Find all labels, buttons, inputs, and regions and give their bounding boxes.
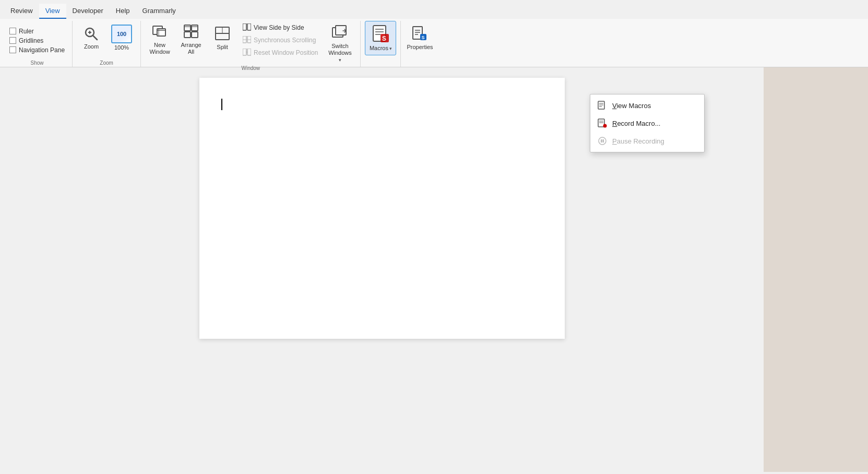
view-macros-icon [598, 101, 607, 110]
zoom100-label: 100% [114, 44, 129, 51]
svg-rect-8 [184, 25, 191, 31]
record-macro-label: Record Macro... [612, 120, 660, 127]
tab-help[interactable]: Help [110, 4, 136, 19]
tab-grammarly[interactable]: Grammarly [136, 4, 182, 19]
document-page[interactable] [199, 78, 565, 339]
svg-rect-17 [243, 23, 246, 30]
split-label: Split [217, 44, 228, 51]
tab-review[interactable]: Review [4, 4, 39, 19]
view-macros-label: View Macros [612, 102, 651, 110]
record-macro-icon [598, 118, 607, 128]
synchronous-scrolling-button: Synchronous Scrolling [239, 34, 322, 46]
zoom-button[interactable]: Zoom [77, 21, 106, 55]
svg-text:S: S [382, 35, 386, 42]
tab-view[interactable]: View [39, 4, 66, 19]
switch-windows-button[interactable]: SwitchWindows ▾ [324, 21, 356, 65]
pause-recording-icon [598, 136, 607, 146]
svg-rect-9 [192, 25, 198, 31]
gridlines-item[interactable]: Gridlines [9, 37, 43, 44]
svg-rect-25 [336, 26, 346, 35]
new-window-label: NewWindow [150, 42, 170, 55]
synchronous-scrolling-icon [243, 36, 251, 45]
show-group: Ruler Gridlines Navigation Pane Show [2, 21, 73, 67]
zoom-group: Zoom 100 100% Zoom [73, 21, 141, 67]
svg-rect-18 [247, 23, 251, 30]
reset-window-position-button: Reset Window Position [239, 47, 322, 58]
pause-recording-label: Pause Recording [612, 137, 664, 145]
navigation-pane-item[interactable]: Navigation Pane [9, 46, 65, 54]
gridlines-checkbox[interactable] [9, 37, 16, 44]
split-button[interactable]: Split [208, 21, 237, 55]
show-group-content: Ruler Gridlines Navigation Pane [6, 21, 68, 60]
macros-button[interactable]: S Macros ▾ [365, 21, 396, 55]
svg-rect-48 [603, 139, 604, 143]
properties-label: Properties [407, 44, 433, 51]
macros-label: Macros [370, 45, 388, 52]
text-cursor [221, 99, 222, 110]
zoom-icon [83, 26, 100, 42]
show-group-label: Show [31, 60, 44, 67]
record-macro-item[interactable]: Record Macro... [590, 114, 704, 132]
ruler-item[interactable]: Ruler [9, 28, 34, 35]
new-window-icon [152, 23, 168, 41]
properties-group-content: S Properties [405, 21, 434, 66]
view-side-by-side-label: View Side by Side [254, 24, 304, 31]
svg-point-43 [603, 124, 607, 128]
zoom100-badge: 100 [117, 31, 126, 37]
arrange-all-label: ArrangeAll [181, 42, 201, 55]
svg-line-1 [93, 35, 97, 40]
gridlines-label: Gridlines [19, 37, 43, 44]
window-group-label: Window [241, 65, 260, 72]
view-side-by-side-button[interactable]: View Side by Side [239, 22, 322, 33]
svg-rect-11 [192, 32, 198, 38]
svg-rect-23 [247, 49, 251, 55]
document-sidebar [764, 67, 868, 472]
window-small-btns: View Side by Side Synchronous Scrolling [239, 21, 322, 58]
navigation-pane-label: Navigation Pane [19, 46, 65, 54]
svg-rect-5 [157, 29, 165, 36]
document-area [0, 67, 868, 472]
svg-rect-22 [243, 49, 246, 55]
reset-window-position-icon [243, 49, 251, 57]
macros-dropdown-menu: View Macros Record Macro... Pause Record… [590, 94, 705, 152]
zoom-label: Zoom [84, 43, 99, 50]
tab-developer[interactable]: Developer [66, 4, 110, 19]
view-side-by-side-icon [243, 23, 251, 32]
switch-windows-arrow-icon: ▾ [339, 57, 341, 63]
svg-rect-47 [601, 139, 602, 143]
zoom-group-label: Zoom [100, 60, 113, 67]
zoom-group-content: Zoom 100 100% [77, 21, 136, 60]
pause-recording-item: Pause Recording [590, 132, 704, 150]
ruler-label: Ruler [19, 28, 34, 35]
properties-icon: S [412, 26, 427, 43]
new-window-button[interactable]: NewWindow [145, 21, 174, 58]
svg-text:S: S [422, 35, 425, 40]
ribbon-content: Ruler Gridlines Navigation Pane Show [0, 19, 868, 67]
synchronous-scrolling-label: Synchronous Scrolling [254, 37, 316, 44]
navigation-pane-checkbox[interactable] [9, 46, 16, 53]
macros-group: S Macros ▾ [361, 21, 401, 67]
switch-windows-label: SwitchWindows [328, 43, 352, 56]
macros-dropdown-arrow-icon: ▾ [389, 46, 392, 51]
arrange-all-icon [183, 23, 199, 41]
view-macros-item[interactable]: View Macros [590, 97, 704, 114]
ribbon: Review View Developer Help Grammarly Rul… [0, 0, 868, 67]
properties-group: S Properties [401, 21, 438, 67]
zoom100-icon: 100 [111, 25, 132, 43]
macros-icon: S [371, 25, 390, 45]
split-icon [215, 26, 230, 43]
arrange-all-button[interactable]: ArrangeAll [176, 21, 206, 58]
zoom100-button[interactable]: 100 100% [107, 21, 136, 55]
ruler-checkbox[interactable] [9, 28, 16, 34]
reset-window-position-label: Reset Window Position [254, 49, 318, 56]
window-group: NewWindow ArrangeAll [141, 21, 361, 67]
macros-group-content: S Macros ▾ [365, 21, 396, 66]
ribbon-tab-bar: Review View Developer Help Grammarly [0, 0, 868, 19]
svg-point-46 [599, 137, 606, 145]
window-group-content: NewWindow ArrangeAll [145, 21, 356, 65]
switch-windows-icon [331, 23, 348, 42]
properties-button[interactable]: S Properties [405, 21, 434, 55]
svg-rect-10 [184, 32, 191, 38]
